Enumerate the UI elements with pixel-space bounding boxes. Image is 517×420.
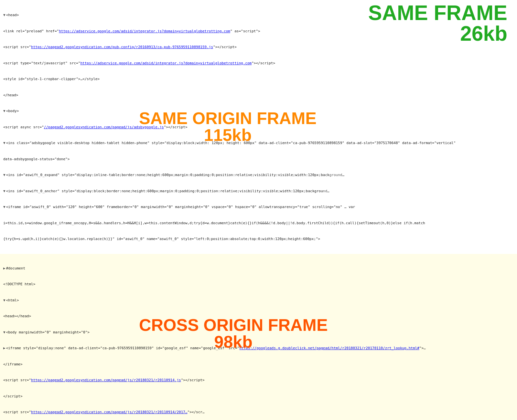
code-line: ▼<iframe id="aswift_0" width="120" heigh… — [3, 205, 514, 210]
code-line: <style id="style-1-cropbar-clipper">…</s… — [3, 77, 514, 82]
code-line: i=this.id,s=window.google_iframe_oncopy,… — [3, 221, 514, 226]
code-line: <script src="https://pagead2.googlesyndi… — [3, 410, 514, 415]
code-line: </script> — [3, 394, 514, 399]
code-line: <script src="https://pagead2.googlesyndi… — [3, 45, 514, 50]
code-line: ▼<body> — [3, 109, 514, 114]
code-line: </head> — [3, 93, 514, 98]
code-line: ▶#document — [3, 266, 514, 271]
code-line: <script type="text/javascript" src="http… — [3, 61, 514, 66]
code-line: </iframe> — [3, 362, 514, 367]
code-line: <script src="https://pagead2.googlesyndi… — [3, 378, 514, 383]
code-line: ▼<head> — [3, 13, 514, 18]
code-line: ▼<body marginwidth="0" marginheight="0"> — [3, 330, 514, 335]
code-line: <!DOCTYPE html> — [3, 282, 514, 287]
code-line: ▼<ins id="aswift_0_anchor" style="displa… — [3, 189, 514, 194]
code-line: ▼<ins id="aswift_0_expand" style="displa… — [3, 173, 514, 178]
yellow-section: ▶#document <!DOCTYPE html> ▼<html> <head… — [0, 254, 517, 420]
code-line: ▶<iframe style="display:none" data-ad-cl… — [3, 346, 514, 351]
code-line: ▼<ins class="adsbygoogle visible-desktop… — [3, 141, 514, 146]
code-line: {try{h=s.upd(h,i)}catch(e){}w.location.r… — [3, 236, 514, 242]
head-section: ▼<head> <link rel="preload" href="https:… — [0, 0, 517, 254]
code-line: ▼<html> — [3, 298, 514, 303]
code-line: <head></head> — [3, 314, 514, 319]
code-line: <script async src="//pagead2.googlesyndi… — [3, 125, 514, 130]
code-line: data-adsbygoogle-status="done"> — [3, 157, 514, 162]
code-line: <link rel="preload" href="https://adserv… — [3, 29, 514, 34]
